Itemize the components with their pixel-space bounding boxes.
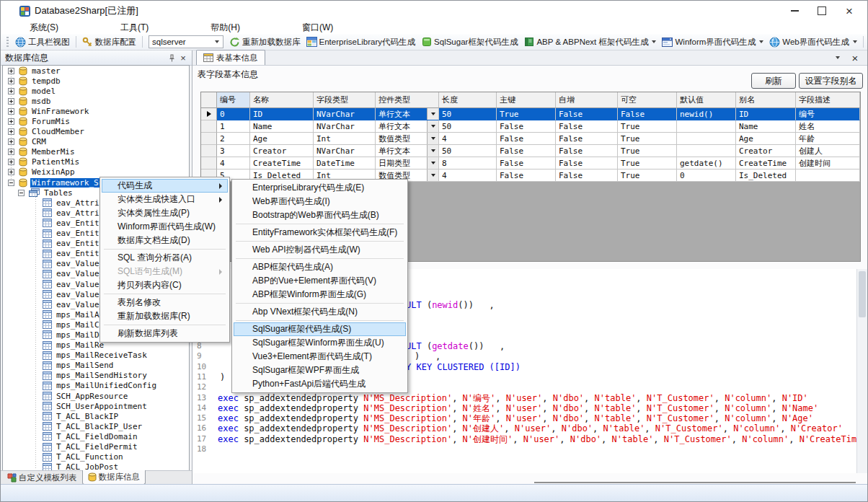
menu-item-0[interactable]: 代码生成 xyxy=(102,179,228,193)
column-header[interactable]: 字段描述 xyxy=(796,92,860,108)
tree-item[interactable]: mps_MailReceiveTask xyxy=(3,351,189,361)
code-vertical-scrollbar[interactable] xyxy=(856,269,867,473)
grid-cell[interactable]: Age xyxy=(736,133,796,145)
menu-item-3[interactable]: Winform界面代码生成(W) xyxy=(102,220,228,234)
grid-cell[interactable]: 8 xyxy=(439,157,497,169)
toolbar-button-9[interactable]: Winform界面代码生成 xyxy=(660,35,766,49)
toolbar-button-6[interactable]: EnterpriseLibrary代码生成 xyxy=(304,35,418,49)
minimize-button[interactable] xyxy=(781,1,808,21)
menu-item-8[interactable]: ABP框架代码生成(A) xyxy=(234,260,406,274)
grid-cell[interactable]: ID xyxy=(250,108,314,120)
menu-item-6[interactable]: Web API控制器代码生成(W) xyxy=(234,243,406,257)
tree-item[interactable]: mps_MailSend xyxy=(3,361,189,371)
grid-cell[interactable]: True xyxy=(618,157,677,169)
tree-item[interactable]: T_ACL_FieldDomain xyxy=(3,431,189,441)
header-selector-cell[interactable] xyxy=(201,92,217,108)
grid-cell[interactable]: 2 xyxy=(217,133,250,145)
menu-item-13[interactable]: 刷新数据库列表 xyxy=(102,327,228,340)
column-header[interactable]: 自增 xyxy=(556,92,618,108)
toolbar-button-5[interactable]: 重新加载数据库 xyxy=(227,35,303,49)
grid-cell[interactable]: True xyxy=(618,120,677,133)
grid-cell[interactable]: True xyxy=(618,169,677,182)
grid-cell[interactable] xyxy=(677,133,736,145)
grid-cell[interactable]: Name xyxy=(736,120,796,133)
panel-close-icon[interactable]: × xyxy=(177,52,189,63)
row-selector-cell[interactable] xyxy=(201,133,217,145)
grid-cell[interactable]: newid() xyxy=(677,108,736,120)
grid-cell[interactable]: False xyxy=(497,145,556,157)
scrollbar-thumb[interactable] xyxy=(859,271,866,317)
collapse-icon[interactable] xyxy=(18,190,25,196)
toolbar-button-2[interactable]: 数据库配置 xyxy=(80,35,139,49)
pin-icon[interactable] xyxy=(166,52,177,63)
expand-icon[interactable] xyxy=(8,68,14,74)
tab-custom-template-list[interactable]: 自定义模板列表 xyxy=(2,471,82,485)
tree-item[interactable]: mps_MailSendHistory xyxy=(3,371,189,381)
tree-item[interactable]: PatientMis xyxy=(3,157,189,167)
tree-item[interactable]: T_ACL_BlackIP xyxy=(3,411,189,421)
menubar-item-0[interactable]: 系统(S) xyxy=(30,22,58,34)
grid-cell[interactable]: ID xyxy=(736,108,796,120)
grid-cell[interactable]: False xyxy=(556,108,618,120)
grid-cell[interactable]: True xyxy=(618,133,677,145)
grid-cell[interactable]: 1 xyxy=(217,120,250,133)
tree-item[interactable]: SCH_UserAppointment xyxy=(3,401,189,411)
grid-cell[interactable]: 编号 xyxy=(796,108,860,120)
column-header[interactable]: 主键 xyxy=(497,92,556,108)
grid-cell[interactable]: True xyxy=(497,108,556,120)
grid-cell[interactable]: CreateTime xyxy=(736,157,796,169)
menu-item-1[interactable]: 实体类生成快速入口 xyxy=(102,193,228,206)
grid-cell[interactable]: False xyxy=(556,157,618,169)
grid-cell[interactable]: False xyxy=(497,133,556,145)
toolbar-button-8[interactable]: ABP & ABPNext 框架代码生成 xyxy=(521,35,658,49)
expand-icon[interactable] xyxy=(8,118,14,125)
table-row[interactable]: 0IDNVarChar单行文本50TrueFalseFalsenewid()ID… xyxy=(201,108,860,120)
maximize-button[interactable] xyxy=(808,1,836,21)
grid-cell[interactable]: 4 xyxy=(217,157,250,169)
grid-cell[interactable]: getdate() xyxy=(677,157,736,169)
tree-item[interactable]: T_ACL_Function xyxy=(3,452,189,462)
grid-cell[interactable]: 创建时间 xyxy=(796,157,860,169)
column-header[interactable]: 字段类型 xyxy=(314,92,376,108)
grid-cell[interactable]: 50 xyxy=(439,120,497,133)
menu-item-4[interactable]: EntityFramework实体框架代码生成(F) xyxy=(234,226,406,239)
code-horizontal-scrollbar[interactable] xyxy=(534,482,856,483)
close-button[interactable]: × xyxy=(836,1,863,21)
grid-cell[interactable]: NVarChar xyxy=(314,108,376,120)
menu-item-11[interactable]: 重新加载数据库(R) xyxy=(102,309,228,323)
menubar-item-1[interactable]: 工具(T) xyxy=(120,22,149,34)
grid-cell[interactable]: 年龄 xyxy=(796,133,860,145)
grid-cell[interactable]: Int xyxy=(314,133,376,145)
grid-cell[interactable] xyxy=(677,145,736,157)
menu-item-15[interactable]: SqlSugar框架Winform界面生成(U) xyxy=(234,336,406,350)
menu-item-6[interactable]: SQL 查询分析器(A) xyxy=(102,251,228,265)
grid-cell[interactable]: 单行文本 xyxy=(376,108,439,120)
grid-cell[interactable]: Age xyxy=(250,133,314,145)
grid-cell[interactable]: Is_Deleted xyxy=(736,169,796,182)
expand-icon[interactable] xyxy=(8,108,14,115)
grid-cell[interactable]: Creator xyxy=(736,145,796,157)
database-type-combobox[interactable]: sqlserver xyxy=(149,35,223,48)
grid-cell[interactable]: 0 xyxy=(677,169,736,182)
grid-cell[interactable]: False xyxy=(556,145,618,157)
tree-item[interactable]: tempdb xyxy=(3,76,189,86)
table-row[interactable]: 2AgeInt数值类型4FalseFalseTrueAge年龄 xyxy=(201,133,860,145)
menu-item-0[interactable]: EnterpriseLibrary代码生成(E) xyxy=(234,181,406,195)
menu-item-18[interactable]: Python+FastApi后端代码生成 xyxy=(234,377,406,391)
column-header[interactable]: 别名 xyxy=(736,92,796,108)
grid-cell[interactable]: 姓名 xyxy=(796,120,860,133)
combobox-dropdown-icon[interactable] xyxy=(427,108,438,120)
tree-item[interactable]: MemberMis xyxy=(3,147,189,157)
table-row[interactable]: 4CreateTimeDateTime日期类型8FalseFalseTruege… xyxy=(201,157,860,169)
menu-item-12[interactable]: Abp VNext框架代码生成(N) xyxy=(234,305,406,319)
column-header[interactable]: 可空 xyxy=(618,92,677,108)
row-selector-cell[interactable] xyxy=(201,157,217,169)
grid-cell[interactable]: False xyxy=(497,157,556,169)
expand-icon[interactable] xyxy=(8,159,14,165)
menu-item-9[interactable]: ABP的Vue+Element界面代码(V) xyxy=(234,274,406,288)
tree-item[interactable]: ForumMis xyxy=(3,116,189,126)
menu-item-2[interactable]: Bootstrap的Web界面代码生成(B) xyxy=(234,208,406,222)
expand-icon[interactable] xyxy=(8,128,14,135)
grid-cell[interactable]: 3 xyxy=(217,145,250,157)
menu-item-8[interactable]: 拷贝列表内容(C) xyxy=(102,278,228,292)
